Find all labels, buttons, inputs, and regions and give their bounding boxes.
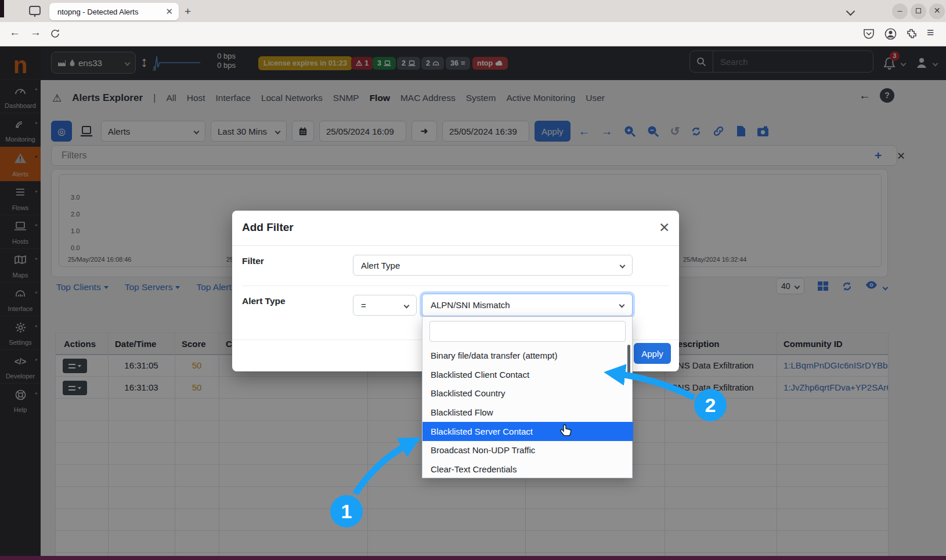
modal-title: Add Filter [242,221,294,234]
filter-label: Filter [242,256,264,266]
operator-select[interactable]: = [353,295,417,316]
divider [242,286,669,286]
window-maximize-button[interactable] [911,3,926,19]
alert-type-label: Alert Type [242,296,286,306]
chevron-down-icon [619,302,625,308]
dropdown-search-input[interactable] [429,321,626,342]
firefox-view-icon[interactable] [28,5,42,17]
browser-url-bar: ← → localhost:3000/lua/alert_stats.lua?i… [0,22,946,46]
dropdown-item[interactable]: Binary file/data transfer (attempt) [423,346,633,365]
forward-icon[interactable]: → [30,26,41,39]
window-minimize-button[interactable]: – [892,3,908,19]
divider [232,245,679,246]
dropdown-item[interactable]: Blacklisted Country [423,384,633,403]
chevron-down-icon [620,262,626,268]
window-close-button[interactable]: ✕ [929,3,945,19]
dropdown-item-selected[interactable]: Blacklisted Server Contact [423,422,633,441]
modal-close-icon[interactable]: ✕ [659,220,670,236]
browser-tab[interactable]: ntopng - Detected Alerts ✕ [49,3,179,20]
list-tabs-icon[interactable] [846,7,855,16]
filter-type-select[interactable]: Alert Type [353,255,633,276]
screen: ntopng - Detected Alerts ✕ + – ✕ ← → loc… [0,0,946,560]
reload-icon[interactable] [50,28,60,39]
tab-title: ntopng - Detected Alerts [57,8,162,16]
extensions-puzzle-icon[interactable] [906,28,918,39]
browser-tab-bar: ntopng - Detected Alerts ✕ + – ✕ [0,0,946,22]
menu-hamburger-icon[interactable]: ≡ [927,26,934,39]
alert-type-dropdown: Binary file/data transfer (attempt) Blac… [422,316,633,478]
tab-close-icon[interactable]: ✕ [165,6,173,17]
desktop-corner [0,0,4,17]
pocket-icon[interactable] [863,28,875,39]
back-icon[interactable]: ← [9,26,20,39]
dropdown-item[interactable]: Broadcast Non-UDP Traffic [423,441,633,460]
new-tab-button[interactable]: + [185,5,191,18]
chevron-down-icon [404,302,410,308]
dropdown-item[interactable]: Blacklisted Flow [423,403,633,422]
alert-type-value-select[interactable]: ALPN/SNI Mismatch [422,294,633,316]
desktop-edge-strip [0,556,946,560]
dropdown-items: Binary file/data transfer (attempt) Blac… [423,346,633,479]
dropdown-item[interactable]: Clear-Text Credentials [423,460,633,479]
dropdown-scrollbar[interactable] [627,345,630,377]
dropdown-item[interactable]: Blacklisted Client Contact [423,365,633,384]
account-icon[interactable] [884,28,897,40]
modal-apply-button[interactable]: Apply [634,343,671,364]
